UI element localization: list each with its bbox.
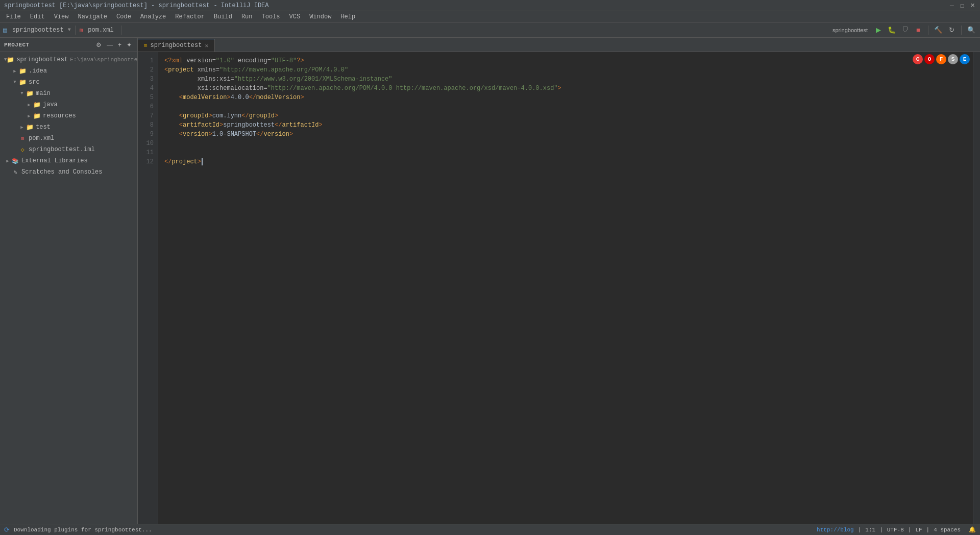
status-line-col[interactable]: 1:1 [865,527,875,533]
update-button[interactable]: ↻ [946,25,957,36]
pom-label[interactable]: pom.xml [85,26,116,35]
line-numbers: 1 2 3 4 5 6 7 8 9 10 11 12 [138,52,158,524]
run-button[interactable]: ▶ [873,25,884,36]
status-blog-link[interactable]: http://blog [817,527,854,533]
search-everywhere-button[interactable]: 🔍 [966,25,977,36]
sidebar-header: Project ⚙ — + ✦ [0,38,137,52]
sidebar-expand-button[interactable]: + [116,41,123,49]
folder-icon-test: 📁 [26,123,34,131]
separator-2 [121,26,121,35]
status-separator-3: | [908,527,912,533]
sidebar-item-main[interactable]: ▼ 📁 main [0,88,137,99]
stop-button[interactable]: ■ [913,25,924,36]
tree-item-label-scratches: Scratches and Consoles [21,168,102,176]
line-num-7: 7 [138,111,158,120]
menu-window[interactable]: Window [305,12,335,21]
main-area: Project ⚙ — + ✦ ▼ 📁 springboottest E:\ja… [0,38,980,524]
line-num-2: 2 [138,65,158,75]
status-encoding[interactable]: UTF-8 [887,527,904,533]
right-gutter [973,52,980,524]
menu-refactor[interactable]: Refactor [171,12,209,21]
line-num-6: 6 [138,102,158,111]
menu-edit[interactable]: Edit [26,12,49,21]
sidebar-gear-button[interactable]: ✦ [125,41,133,49]
code-line-10 [164,139,967,148]
menu-analyze[interactable]: Analyze [136,12,170,21]
editor-content[interactable]: 1 2 3 4 5 6 7 8 9 10 11 12 < [138,52,980,524]
code-line-3: xmlns:xsi="http://www.w3.org/2001/XMLSch… [164,75,967,84]
menu-file[interactable]: File [2,12,25,21]
code-line-6 [164,102,967,111]
tree-item-label-main: main [36,90,51,97]
opera-icon[interactable]: O [924,54,935,64]
tabs-bar: m springboottest ✕ [138,38,980,52]
sidebar-collapse-button[interactable]: — [105,41,114,49]
safari-icon[interactable]: S [948,54,958,64]
tree-item-label-external-libraries: External Libraries [21,157,88,164]
menu-help[interactable]: Help [336,12,359,21]
firefox-icon[interactable]: F [936,54,946,64]
project-dropdown-icon: ▼ [68,27,71,33]
browser-icons-bar: C O F S E [913,54,970,64]
tab-close-pomxml[interactable]: ✕ [205,42,208,49]
close-button[interactable]: ✕ [969,2,976,9]
run-config-button[interactable]: springboottest [829,25,871,36]
project-label[interactable]: springboottest [9,26,67,35]
status-bar: ⟳ Downloading plugins for springboottest… [0,524,980,535]
line-num-5: 5 [138,93,158,102]
sidebar-item-src[interactable]: ▼ 📁 src [0,77,137,88]
menu-navigate[interactable]: Navigate [74,12,111,21]
menu-run[interactable]: Run [237,12,257,21]
tab-pomxml[interactable]: m springboottest ✕ [138,39,215,52]
arrow-icon: ▼ [11,80,18,85]
project-icon: ▤ [3,26,7,34]
run-coverage-button[interactable]: ⛉ [899,25,911,36]
sidebar-item-iml[interactable]: ▶ ◇ springboottest.iml [0,144,137,155]
menu-code[interactable]: Code [112,12,135,21]
sidebar-item-pomxml[interactable]: ▶ m pom.xml [0,133,137,144]
folder-icon-resources: 📁 [33,112,41,120]
code-area[interactable]: <?xml version="1.0" encoding="UTF-8"?> <… [158,52,973,524]
menu-vcs[interactable]: VCS [285,12,305,21]
folder-icon-src: 📁 [18,78,27,86]
build-button[interactable]: 🔨 [933,25,944,36]
tree-item-label-java: java [43,101,58,108]
sidebar-tree: ▼ 📁 springboottest E:\java\springboottes… [0,52,137,524]
library-icon: 📚 [11,157,19,165]
tree-item-path-springboottest: E:\java\springboottest [70,57,137,63]
tree-item-label-src: src [29,79,40,86]
iml-file-icon: ◇ [18,145,27,154]
sidebar-item-resources[interactable]: ▶ 📁 resources [0,110,137,121]
line-num-4: 4 [138,84,158,93]
status-line-sep[interactable]: LF [915,527,922,533]
sidebar-item-scratches[interactable]: ▶ ✎ Scratches and Consoles [0,166,137,178]
code-line-7: <groupId>com.lynn</groupId> [164,111,967,120]
code-line-5: <modelVersion>4.0.0</modelVersion> [164,93,967,102]
arrow-icon: ▶ [26,102,33,108]
title-text: springboottest [E:\java\springboottest] … [4,2,268,9]
edge-icon[interactable]: E [960,54,970,64]
chrome-icon[interactable]: C [913,54,923,64]
status-separator-4: | [926,527,930,533]
status-right: http://blog | 1:1 | UTF-8 | LF | 4 space… [817,526,976,533]
sidebar-item-java[interactable]: ▶ 📁 java [0,99,137,110]
status-downloading-text: Downloading plugins for springboottest..… [14,527,152,533]
maximize-button[interactable]: □ [959,2,966,9]
sidebar-item-test[interactable]: ▶ 📁 test [0,121,137,133]
sidebar-item-idea[interactable]: ▶ 📁 .idea [0,65,137,77]
tree-item-label-iml: springboottest.iml [29,146,95,153]
minimize-button[interactable]: ─ [948,2,955,9]
menu-view[interactable]: View [50,12,73,21]
sidebar-item-external-libraries[interactable]: ▶ 📚 External Libraries [0,155,137,166]
code-line-11 [164,148,967,157]
project-selector: ▤ springboottest ▼ [3,26,71,35]
menu-build[interactable]: Build [210,12,236,21]
debug-button[interactable]: 🐛 [886,25,897,36]
sidebar-item-springboottest[interactable]: ▼ 📁 springboottest E:\java\springboottes… [0,54,137,65]
menu-tools[interactable]: Tools [258,12,284,21]
status-indentation[interactable]: 4 spaces [934,527,961,533]
sidebar: Project ⚙ — + ✦ ▼ 📁 springboottest E:\ja… [0,38,138,524]
sidebar-settings-button[interactable]: ⚙ [94,41,103,49]
tab-label-pomxml: springboottest [151,42,202,49]
tree-item-label-springboottest: springboottest [16,56,68,63]
